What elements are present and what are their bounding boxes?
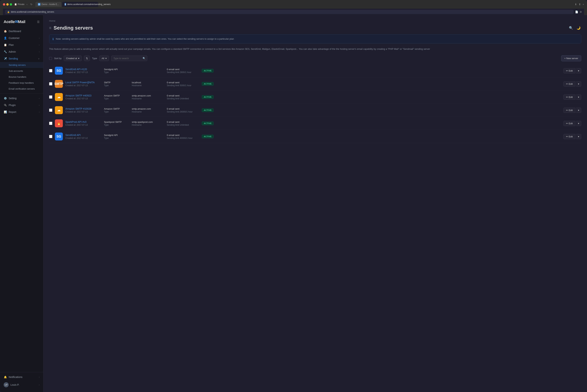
sort-dropdown[interactable]: Created at ▾ <box>64 56 82 61</box>
select-all-checkbox[interactable] <box>49 57 52 60</box>
sidebar-item-feedback-loop[interactable]: Feedback loop handlers <box>0 80 43 86</box>
edit-button[interactable]: ✏ Edit <box>563 108 575 113</box>
server-actions: ✏ Edit ▾ <box>563 121 581 126</box>
sort-value: Created at <box>66 57 77 60</box>
sidebar-item-sub-accounts[interactable]: Sub-accounts <box>0 68 43 74</box>
actions-dropdown-button[interactable]: ▾ <box>576 134 581 139</box>
sidebar-item-bounce-handlers[interactable]: Bounce handlers <box>0 74 43 80</box>
user-menu[interactable]: LP Louis P. › <box>0 380 43 389</box>
fullscreen-button[interactable] <box>10 3 12 6</box>
server-name[interactable]: SparkPost API #v3 <box>65 120 101 123</box>
chevron-down-icon: ∨ <box>38 58 40 60</box>
server-stats: 0 email sent Sending limit 26000/1 hour <box>167 108 199 113</box>
sending-limit: Sending limit Unlimited <box>167 97 199 100</box>
type-dropdown[interactable]: All ▾ <box>99 56 109 61</box>
row-checkbox[interactable] <box>49 122 52 125</box>
list-icon: ≡ <box>49 26 52 30</box>
minimize-button[interactable] <box>6 3 9 6</box>
close-button[interactable] <box>3 3 5 6</box>
edit-button[interactable]: ✏ Edit <box>563 68 575 74</box>
row-checkbox[interactable] <box>49 96 52 99</box>
actions-dropdown-button[interactable]: ▾ <box>576 68 581 74</box>
sidebar-item-email-verification[interactable]: Email verification servers <box>0 86 43 92</box>
sidebar-item-label: Sending <box>9 57 18 60</box>
sidebar-item-plan[interactable]: 📋 Plan › <box>0 42 43 48</box>
status-badge: ACTIVE <box>202 95 213 99</box>
share-icon[interactable]: ⬆ <box>579 3 581 6</box>
sidebar-item-customer[interactable]: 👤 Customer › <box>0 34 43 42</box>
server-type-label: Type <box>104 124 129 126</box>
row-checkbox[interactable] <box>49 135 52 138</box>
tab-2[interactable]: M demo.acellemail.com/admin/sending_serv… <box>62 2 98 7</box>
browser-chrome: 📋 Private ‹ ↻ M Demo - Acelle E... M dem… <box>0 0 587 15</box>
menu-toggle-icon[interactable]: ☰ <box>37 20 40 24</box>
server-logo: SMTP <box>55 80 63 88</box>
row-checkbox[interactable] <box>49 108 52 112</box>
new-server-button[interactable]: + New server <box>561 55 581 61</box>
back-button[interactable]: ‹ <box>26 2 28 6</box>
new-tab-icon[interactable]: + <box>583 3 584 6</box>
actions-dropdown-button[interactable]: ▾ <box>576 121 581 126</box>
email-count: 0 email sent <box>167 81 199 84</box>
sidebar-item-report[interactable]: 📊 Report › <box>0 108 43 116</box>
server-hostname: localhost Hostname <box>132 81 164 87</box>
server-stats: 0 email sent Sending limit 2800/1 hour <box>167 68 199 74</box>
notice-box: ℹ Note: sending servers added by admin s… <box>49 34 581 44</box>
server-name[interactable]: Amazon SMTP #40923 <box>65 94 101 97</box>
chevron-right-icon: › <box>39 37 40 39</box>
search-input[interactable] <box>111 56 147 61</box>
extensions-icon[interactable]: ⚙ <box>579 10 582 13</box>
server-name[interactable]: Amazon SMTP #10026 <box>65 107 101 110</box>
sidebar-sub-item-label: Sub-accounts <box>9 70 23 72</box>
actions-dropdown-button[interactable]: ▾ <box>576 81 581 86</box>
server-type: Sparkpost SMTP Type <box>104 121 129 126</box>
table-row: ☁ Amazon SMTP #10026 Created at: 2017-07… <box>49 104 581 117</box>
server-type-label: Type <box>104 97 129 100</box>
chevron-right-icon: › <box>39 104 40 106</box>
address-bar-row: 🔒 demo.acellemail.com/admin/sending_serv… <box>3 9 584 15</box>
sending-limit: Sending limit Unlimited <box>167 124 199 126</box>
edit-button[interactable]: ✏ Edit <box>563 81 575 86</box>
edit-button[interactable]: ✏ Edit <box>563 121 575 126</box>
search-icon[interactable]: 🔍 <box>568 25 574 31</box>
dark-mode-toggle[interactable]: 🌙 <box>576 25 581 31</box>
edit-button[interactable]: ✏ Edit <box>563 94 575 100</box>
server-created: Created at: 2017-07-13 <box>65 84 101 87</box>
row-checkbox[interactable] <box>49 69 52 72</box>
private-badge: 📋 Private <box>14 3 24 6</box>
tab-2-icon: M <box>65 3 66 6</box>
address-text: demo.acellemail.com/admin/sending_server… <box>11 11 54 13</box>
sidebar-item-admin[interactable]: 🔧 Admin › <box>0 48 43 55</box>
sidebar-item-sending-servers[interactable]: Sending servers <box>0 62 43 68</box>
sidebar-item-dashboard[interactable]: 🏠 Dashboard <box>0 28 43 34</box>
filter-order-button[interactable]: ⇅ <box>84 56 90 61</box>
server-stats: 0 email sent Sending limit Unlimited <box>167 94 199 100</box>
header-actions: 🔍 🌙 <box>568 25 581 31</box>
page-header: ≡ Sending servers 🔍 🌙 <box>49 25 581 31</box>
server-name[interactable]: SendGrid API #120 <box>65 68 101 71</box>
server-name[interactable]: Local SMTP Power@MTA <box>65 81 101 84</box>
address-bar[interactable]: 🔒 demo.acellemail.com/admin/sending_serv… <box>5 10 574 14</box>
sidebar-sub-item-label: Feedback loop handlers <box>9 82 34 84</box>
server-actions: ✏ Edit ▾ <box>563 108 581 113</box>
sidebar-item-setting[interactable]: ⚙️ Setting › <box>0 95 43 102</box>
server-name[interactable]: SendGrid API <box>65 134 101 136</box>
sidebar-bottom: 🔔 Notifications › LP Louis P. › <box>0 372 43 389</box>
plugin-icon: 🔌 <box>4 104 7 107</box>
reader-view-icon[interactable]: 📄 <box>575 10 578 13</box>
hostname-label: Hostname <box>132 84 164 87</box>
edit-button[interactable]: ✏ Edit <box>563 134 575 139</box>
sidebar-item-sending[interactable]: ✈️ Sending ∨ <box>0 55 43 62</box>
downloads-icon[interactable]: ⬇ <box>575 3 577 6</box>
breadcrumb-home[interactable]: Home <box>49 20 55 22</box>
sidebar-item-notifications[interactable]: 🔔 Notifications › <box>0 374 43 380</box>
tab-1[interactable]: M Demo - Acelle E... <box>35 2 61 7</box>
refresh-button[interactable]: ↻ <box>30 2 33 6</box>
sidebar-item-plugin[interactable]: 🔌 Plugin › <box>0 102 43 108</box>
server-stats: 0 email sent Sending limit 5000/1 hour <box>167 81 199 87</box>
server-type-name: Sendgrid API <box>104 68 129 71</box>
actions-dropdown-button[interactable]: ▾ <box>576 108 581 113</box>
actions-dropdown-button[interactable]: ▾ <box>576 94 581 100</box>
server-actions: ✏ Edit ▾ <box>563 68 581 74</box>
row-checkbox[interactable] <box>49 82 52 86</box>
